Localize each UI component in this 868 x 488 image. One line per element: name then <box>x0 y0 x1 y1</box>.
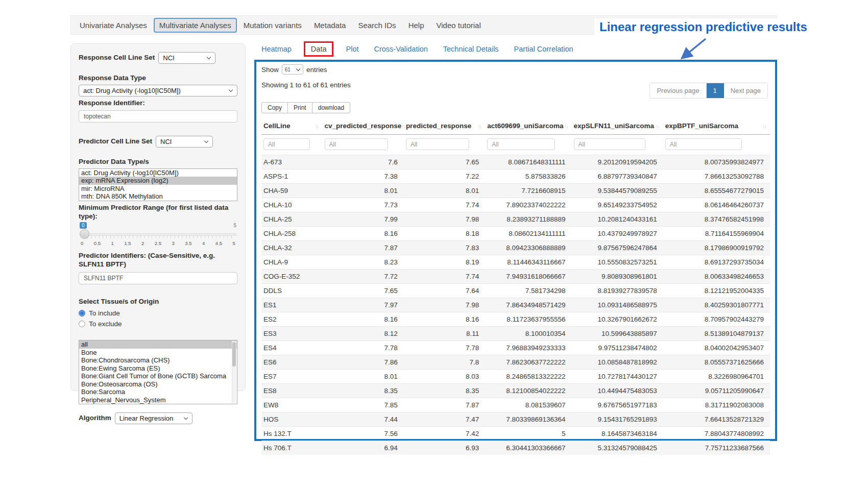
filter-input-cv-predicted-response[interactable] <box>325 138 388 150</box>
table-row[interactable]: HOS7.447.477.803398691363649.15431765291… <box>261 412 770 427</box>
filter-input-expslfn11-unisarcoma[interactable] <box>574 138 645 150</box>
tissue-option-bone-sarcoma[interactable]: Bone:Sarcoma <box>79 388 237 396</box>
tab-cross-validation[interactable]: Cross-Validation <box>374 45 427 53</box>
sidebar: Response Cell Line Set NCI Response Data… <box>70 43 246 391</box>
nav-item-univariate-analyses[interactable]: Univariate Analyses <box>74 18 153 33</box>
response-cell-line-set-value: NCI <box>163 54 174 62</box>
tissue-option-bone-ewing-sarcoma-es[interactable]: Bone:Ewing Sarcoma (ES) <box>79 364 237 373</box>
predictor-data-types-listbox[interactable]: act: Drug Activity (-log10[IC50M])exp: m… <box>79 168 237 201</box>
tissue-exclude-radio[interactable]: To exclude <box>79 320 237 328</box>
response-identifier-label: Response Identifier: <box>79 99 237 108</box>
tab-plot[interactable]: Plot <box>346 45 358 53</box>
data-type-option-mir-microrna[interactable]: mir: MicroRNA <box>79 185 237 193</box>
filter-input-predicted-response[interactable] <box>406 138 469 150</box>
nav-item-help[interactable]: Help <box>403 18 430 33</box>
value-cell: 8.06146464260737 <box>663 198 770 212</box>
chevron-down-icon <box>229 88 233 92</box>
value-cell: 7.94931618066667 <box>485 270 571 284</box>
print-button[interactable]: Print <box>287 102 312 113</box>
table-row[interactable]: CHLA-327.877.838.094233068888899.8756759… <box>261 241 770 255</box>
tab-partial-correlation[interactable]: Partial Correlation <box>514 45 573 53</box>
table-row[interactable]: Hs 132.T7.567.4258.16458734631847.880437… <box>261 427 770 441</box>
algorithm-select[interactable]: Linear Regression <box>115 412 192 424</box>
table-row[interactable]: ES47.787.787.968839492333339.97511238474… <box>261 341 770 355</box>
tissue-option-all[interactable]: all <box>79 340 237 349</box>
table-row[interactable]: ES88.358.358.1210085402222210.4494475483… <box>261 384 770 398</box>
table-row[interactable]: CHLA-2588.168.188.0860213411111110.43792… <box>261 227 770 241</box>
table-row[interactable]: CHLA-107.737.747.890233740222229.6514923… <box>261 198 770 212</box>
tissue-option-bone-giant-cell-tumor-of-bone-gctb-sarcoma[interactable]: Bone:Giant Cell Tumor of Bone (GCTB) Sar… <box>79 372 237 380</box>
table-row[interactable]: ES67.867.87.8623063772222210.08584878189… <box>261 355 770 370</box>
tissue-option-peripheral-nervous-system[interactable]: Peripheral_Nervous_System <box>79 396 237 404</box>
filter-cell <box>485 135 571 155</box>
data-type-option-act-drug-activity-log10-ic50m[interactable]: act: Drug Activity (-log10[IC50M]) <box>79 169 237 177</box>
tab-heatmap[interactable]: Heatmap <box>261 45 292 53</box>
column-header-expslfn11-unisarcoma[interactable]: expSLFN11_uniSarcoma↑↓ <box>572 118 663 135</box>
value-cell: 7.75711233687566 <box>663 441 770 455</box>
tissue-listbox[interactable]: allBoneBone:Chondrosarcoma (CHS)Bone:Ewi… <box>79 340 237 404</box>
nav-item-video-tutorial[interactable]: Video tutorial <box>430 18 486 33</box>
cell-line-name: ES6 <box>261 355 323 370</box>
table-row[interactable]: COG-E-3527.727.747.949316180666679.80893… <box>261 270 770 284</box>
tab-data[interactable]: Data <box>304 41 334 57</box>
tissue-option-bone[interactable]: Bone <box>79 349 237 357</box>
nav-item-multivariate-analyses[interactable]: Multivariate Analyses <box>154 18 237 33</box>
table-row[interactable]: ES17.977.987.8643494857142910.0931486588… <box>261 298 770 312</box>
table-row[interactable]: ES28.168.168.1172363795555610.3267901662… <box>261 312 770 327</box>
column-header-predicted-response[interactable]: predicted_response↑↓ <box>404 118 485 135</box>
table-row[interactable]: CHLA-257.997.988.2389327118888910.208124… <box>261 212 770 227</box>
table-row[interactable]: CHLA-98.238.198.1144634311666710.5550832… <box>261 255 770 270</box>
predictor-identifiers-input[interactable] <box>79 272 237 284</box>
column-header-cv-predicted-response[interactable]: cv_predicted_response↑↓ <box>323 118 404 135</box>
sort-icon[interactable]: ↑↓ <box>762 123 767 129</box>
column-header-expbptf-unisarcoma[interactable]: expBPTF_uniSarcoma↑↓ <box>663 118 770 135</box>
table-row[interactable]: Hs 706.T6.946.936.304413033666675.313245… <box>261 441 770 455</box>
data-type-option-mth-dna-850k-methylation[interactable]: mth: DNA 850K Methylation <box>79 192 237 201</box>
predictor-cell-line-set-select[interactable]: NCI <box>156 136 213 148</box>
previous-page-button[interactable]: Previous page <box>650 83 706 98</box>
scrollbar-thumb[interactable] <box>232 342 236 367</box>
response-data-type-select[interactable]: act: Drug Activity (-log10[IC50M]) <box>79 85 237 96</box>
value-cell: 7.47 <box>404 412 485 427</box>
nav-item-search-ids[interactable]: Search IDs <box>352 18 401 33</box>
listbox-scrollbar[interactable] <box>232 341 236 403</box>
response-cell-line-set-select[interactable]: NCI <box>158 52 215 64</box>
sort-icon[interactable]: ↑↓ <box>656 123 660 129</box>
table-row[interactable]: A-6737.67.658.086716483111119.2012091959… <box>261 155 770 169</box>
next-page-button[interactable]: Next page <box>724 83 767 98</box>
table-row[interactable]: ES78.018.038.2486581332222210.7278174430… <box>261 370 770 384</box>
filter-input-act609699-unisarcoma[interactable] <box>487 138 554 150</box>
nav-item-metadata[interactable]: Metadata <box>308 18 352 33</box>
filter-input-expbptf-unisarcoma[interactable] <box>665 138 742 150</box>
tab-technical-details[interactable]: Technical Details <box>443 45 499 53</box>
nav-item-mutation-variants[interactable]: Mutation variants <box>238 18 307 33</box>
sort-icon[interactable]: ↑↓ <box>564 123 569 129</box>
data-type-option-exp-mrna-expression-log2[interactable]: exp: mRNA Expression (log2) <box>79 177 237 185</box>
sort-icon[interactable]: ↑↓ <box>315 123 320 129</box>
table-row[interactable]: ES38.128.118.10001035410.5996438858978.5… <box>261 327 770 341</box>
cell-line-name: EW8 <box>261 398 323 412</box>
download-button[interactable]: download <box>312 102 350 113</box>
page-number-button[interactable]: 1 <box>707 83 724 98</box>
min-predictor-range-slider[interactable]: 0 5 00.511.522.533.544.55 <box>80 222 236 246</box>
response-identifier-input[interactable] <box>79 110 237 123</box>
table-row[interactable]: CHA-598.018.017.72166089159.538445790892… <box>261 184 770 198</box>
filter-input-cellline[interactable] <box>263 138 310 150</box>
sort-icon[interactable]: ↑↓ <box>477 123 482 129</box>
table-row[interactable]: ASPS-17.387.225.8758338266.8879773934084… <box>261 169 770 184</box>
cell-line-name: CHLA-258 <box>261 227 323 241</box>
column-header-cellline[interactable]: CellLine↑↓ <box>261 118 323 135</box>
slider-tick: 3 <box>172 240 175 246</box>
tissue-option-bone-chondrosarcoma-chs[interactable]: Bone:Chondrosarcoma (CHS) <box>79 356 237 364</box>
slider-grid <box>84 236 232 238</box>
value-cell: 10.3267901662672 <box>572 312 663 327</box>
value-cell: 8.12100854022222 <box>485 384 571 398</box>
table-row[interactable]: DDLS7.657.647.5817342988.819392778395788… <box>261 284 770 298</box>
copy-button[interactable]: Copy <box>261 102 288 113</box>
column-header-act609699-unisarcoma[interactable]: act609699_uniSarcoma↑↓ <box>485 118 571 135</box>
tissue-option-bone-osteosarcoma-os[interactable]: Bone:Osteosarcoma (OS) <box>79 380 237 388</box>
tissue-include-radio[interactable]: To include <box>79 309 237 317</box>
table-row[interactable]: EW87.857.878.0815396079.676756519771838.… <box>261 398 770 412</box>
predictor-cell-line-set-value: NCI <box>160 138 172 145</box>
show-entries-select[interactable]: 61 <box>282 64 303 75</box>
